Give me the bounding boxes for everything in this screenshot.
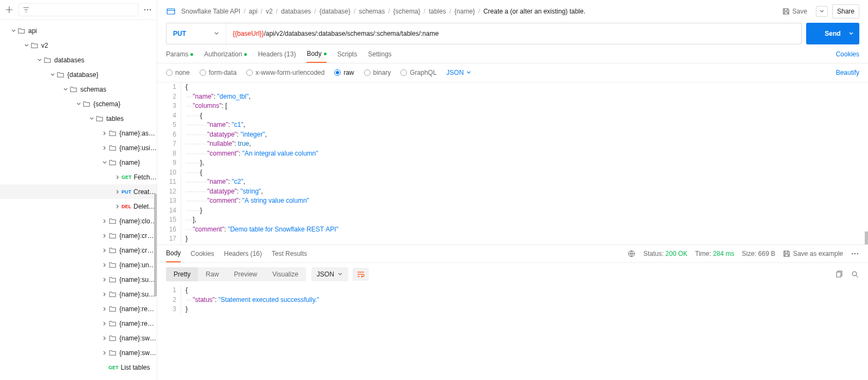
tab-headers[interactable]: Headers (13) xyxy=(258,50,296,62)
request-item[interactable]: DELDelete a ta... xyxy=(0,199,157,214)
caret-icon[interactable] xyxy=(49,72,56,78)
radio-xwww[interactable]: x-www-form-urlencoded xyxy=(246,69,324,76)
resp-tab-headers[interactable]: Headers (16) xyxy=(224,250,262,262)
caret-icon[interactable] xyxy=(36,57,43,63)
radio-binary[interactable]: binary xyxy=(364,69,391,76)
body-lang-select[interactable]: JSON xyxy=(446,69,471,76)
caret-icon[interactable] xyxy=(101,131,108,136)
caret-icon[interactable] xyxy=(62,87,69,92)
breadcrumb-segment[interactable]: tables xyxy=(429,8,446,15)
caret-icon[interactable] xyxy=(114,204,122,209)
more-icon[interactable] xyxy=(851,249,859,258)
breadcrumb-segment[interactable]: Snowflake Table API xyxy=(181,8,240,15)
folder-item[interactable]: {name}:resum... xyxy=(0,316,157,331)
request-body-editor[interactable]: 1234567891011121314151617 {····"name":·"… xyxy=(157,82,868,245)
folder-item[interactable]: {name}:swap... xyxy=(0,331,157,345)
caret-icon[interactable] xyxy=(10,28,17,34)
network-icon[interactable] xyxy=(627,249,636,258)
caret-icon[interactable] xyxy=(101,262,108,268)
folder-item[interactable]: {name}:resum... xyxy=(0,301,157,316)
tab-scripts[interactable]: Scripts xyxy=(337,50,358,62)
resp-tab-cookies[interactable]: Cookies xyxy=(190,250,214,262)
folder-item[interactable]: v2 xyxy=(0,38,157,53)
share-button[interactable]: Share xyxy=(832,4,859,18)
folder-item[interactable]: schemas xyxy=(0,82,157,96)
folder-item[interactable]: {database} xyxy=(0,67,157,82)
folder-item[interactable]: {schema} xyxy=(0,96,157,111)
folder-item[interactable]: databases xyxy=(0,53,157,67)
caret-icon[interactable] xyxy=(23,43,30,48)
scrollbar[interactable] xyxy=(154,194,157,297)
beautify-link[interactable]: Beautify xyxy=(836,69,859,76)
caret-icon[interactable] xyxy=(101,350,108,356)
cookies-link[interactable]: Cookies xyxy=(836,50,859,62)
request-item[interactable]: GETList tables xyxy=(0,360,157,375)
search-icon[interactable] xyxy=(851,270,859,279)
breadcrumb-segment[interactable]: v2 xyxy=(266,8,273,15)
save-dropdown[interactable] xyxy=(816,6,828,17)
caret-icon[interactable] xyxy=(101,321,108,326)
folder-item[interactable]: {name}:suspe... xyxy=(0,287,157,301)
wrap-lines-button[interactable] xyxy=(353,268,369,281)
breadcrumb-segment[interactable]: {schema} xyxy=(393,8,420,15)
folder-item[interactable]: {name}:as_sel... xyxy=(0,126,157,140)
view-raw[interactable]: Raw xyxy=(198,267,226,281)
tab-settings[interactable]: Settings xyxy=(368,50,391,62)
folder-item[interactable]: tables xyxy=(0,111,157,126)
resp-tab-tests[interactable]: Test Results xyxy=(272,250,307,262)
folder-item[interactable]: {name}:create... xyxy=(0,228,157,243)
breadcrumb-segment[interactable]: api xyxy=(249,8,258,15)
caret-icon[interactable] xyxy=(101,233,108,239)
caret-icon[interactable] xyxy=(114,189,122,195)
save-example-button[interactable]: Save as example xyxy=(783,250,843,257)
request-item[interactable]: PUTCreate a (or... xyxy=(0,184,157,199)
caret-icon[interactable] xyxy=(75,101,82,107)
folder-item[interactable]: {name}:using_... xyxy=(0,140,157,155)
code-area[interactable]: {····"status":·"Statement·executed·succe… xyxy=(181,286,319,314)
folder-item[interactable]: {name}:create... xyxy=(0,243,157,257)
folder-item[interactable]: {name}:suspe... xyxy=(0,272,157,287)
view-pretty[interactable]: Pretty xyxy=(166,267,198,281)
tab-authorization[interactable]: Authorization xyxy=(204,50,247,62)
folder-item[interactable]: api xyxy=(0,23,157,38)
radio-raw[interactable]: raw xyxy=(334,69,354,76)
folder-item[interactable]: {name} xyxy=(0,155,157,170)
view-visualize[interactable]: Visualize xyxy=(265,267,306,281)
copy-icon[interactable] xyxy=(834,270,843,279)
caret-icon[interactable] xyxy=(101,248,108,253)
tab-body[interactable]: Body xyxy=(307,50,326,63)
send-button[interactable]: Send xyxy=(806,23,859,44)
send-dropdown-icon[interactable] xyxy=(848,31,854,36)
folder-item[interactable]: {name}:swap-... xyxy=(0,345,157,360)
caret-icon[interactable] xyxy=(101,218,108,224)
folder-item[interactable]: {name}:undrop xyxy=(0,257,157,272)
response-lang-select[interactable]: JSON xyxy=(311,267,348,281)
scrollbar[interactable] xyxy=(865,231,868,244)
folder-item[interactable]: {name}:clone xyxy=(0,214,157,228)
add-icon[interactable] xyxy=(4,5,14,15)
caret-icon[interactable] xyxy=(101,145,108,151)
tab-params[interactable]: Params xyxy=(166,50,193,62)
radio-graphql[interactable]: GraphQL xyxy=(400,69,436,76)
resp-tab-body[interactable]: Body xyxy=(166,249,181,262)
breadcrumb-segment[interactable]: databases xyxy=(281,8,311,15)
caret-icon[interactable] xyxy=(101,306,108,312)
radio-none[interactable]: none xyxy=(166,69,190,76)
radio-form-data[interactable]: form-data xyxy=(200,69,237,76)
url-input[interactable]: {{baseUrl}}/api/v2/databases/:database/s… xyxy=(226,23,801,44)
breadcrumb-segment[interactable]: {name} xyxy=(455,8,475,15)
filter-input[interactable] xyxy=(18,3,138,16)
breadcrumb-segment[interactable]: Create a (or alter an existing) table. xyxy=(483,8,585,15)
save-button[interactable]: Save xyxy=(778,5,812,18)
caret-icon[interactable] xyxy=(101,277,108,282)
view-preview[interactable]: Preview xyxy=(226,267,265,281)
request-item[interactable]: GETFetch a table. xyxy=(0,170,157,184)
breadcrumb-segment[interactable]: {database} xyxy=(320,8,350,15)
caret-icon[interactable] xyxy=(88,116,95,121)
response-body-editor[interactable]: 123 {····"status":·"Statement·executed·s… xyxy=(157,286,868,314)
more-icon[interactable] xyxy=(143,9,152,11)
code-area[interactable]: {····"name":·"demo_tbl",····"columns":·[… xyxy=(181,82,339,244)
caret-icon[interactable] xyxy=(101,292,108,297)
method-select[interactable]: PUT xyxy=(167,23,226,44)
breadcrumb-segment[interactable]: schemas xyxy=(359,8,385,15)
